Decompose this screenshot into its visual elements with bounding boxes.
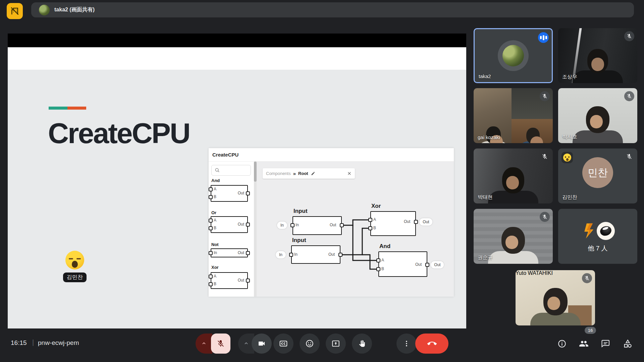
presentation-off-button[interactable]: [7, 3, 23, 19]
stone-logo-avatar: [597, 222, 615, 240]
port-label: Out: [238, 222, 244, 227]
top-bar: taka2 (画面共有): [0, 0, 644, 19]
port-label: Out: [330, 223, 336, 227]
camera-icon: [258, 340, 266, 348]
port-label: A: [214, 274, 216, 279]
port: [209, 195, 213, 199]
app-title: CreateCPU: [212, 152, 238, 158]
captions-button[interactable]: [273, 334, 293, 354]
mic-control-group: [196, 334, 230, 354]
present-button[interactable]: [326, 334, 346, 354]
meeting-details-button[interactable]: [555, 337, 569, 350]
mic-off-badge: [582, 273, 592, 283]
participant-tile-kimminchan[interactable]: 민찬 김민찬: [558, 148, 637, 203]
port[interactable]: [376, 258, 380, 262]
mic-off-badge: [540, 212, 550, 222]
end-call-button[interactable]: [415, 334, 448, 354]
participant-tile-chosangwoo[interactable]: 조상우: [558, 28, 637, 83]
reaction-sender-name: 김민찬: [63, 273, 87, 282]
participant-tile-others[interactable]: 他 7 人: [558, 209, 637, 264]
circuit-canvas[interactable]: InputInOutInputInOutXorABOutAndABOutInIn…: [257, 162, 454, 297]
participant-name: 박지호: [562, 134, 577, 140]
edit-icon[interactable]: [311, 171, 315, 176]
search-input[interactable]: [211, 165, 251, 176]
hand-icon: [358, 339, 366, 348]
port[interactable]: [338, 253, 342, 257]
participant-video: [571, 49, 625, 83]
mic-off-icon: [626, 154, 632, 160]
scrollbar-thumb[interactable]: [254, 162, 257, 182]
close-icon[interactable]: [347, 171, 352, 176]
overflow-avatars: [581, 222, 615, 240]
more-vertical-icon: [403, 340, 410, 347]
port-label: Out: [328, 252, 335, 257]
participant-count-badge: 16: [585, 327, 596, 334]
mic-off-icon: [217, 340, 225, 348]
participant-video: [529, 288, 582, 325]
yawning-face-emoji: [65, 251, 84, 269]
participant-tile-taka2[interactable]: taka2: [474, 28, 553, 83]
surprised-face-emoji: [563, 154, 571, 162]
port-label: Out: [404, 219, 410, 224]
search-icon: [215, 168, 220, 173]
port[interactable]: [289, 253, 293, 257]
component-palette: AndABOutOrABOutNotInOutXorABOut: [209, 162, 254, 297]
port[interactable]: [368, 226, 372, 230]
participant-video: [486, 167, 540, 203]
mic-options-button[interactable]: [196, 334, 212, 354]
port[interactable]: [340, 223, 344, 227]
breadcrumb-components[interactable]: Components: [266, 171, 291, 176]
createcpu-app-window: CreateCPU AndABOutOrABOutNotInOutXorABOu…: [209, 148, 454, 297]
port-label: B: [214, 282, 216, 286]
port[interactable]: [414, 220, 418, 224]
mic-off-icon: [627, 34, 632, 39]
port: [209, 187, 213, 191]
activities-button[interactable]: [621, 337, 634, 350]
mic-off-icon: [542, 94, 547, 99]
reactions-button[interactable]: [300, 334, 320, 354]
more-options-button[interactable]: [396, 334, 417, 354]
participant-tile-gai-kozaki[interactable]: gai kozaki: [474, 88, 553, 143]
camera-button[interactable]: [252, 334, 272, 354]
smiley-icon: [305, 339, 314, 348]
app-header: CreateCPU: [209, 148, 454, 162]
chevron-up-icon: [244, 341, 249, 346]
mic-off-badge: [624, 31, 634, 41]
present-icon: [331, 339, 340, 348]
port-label: B: [381, 266, 384, 271]
participant-tile-parktaehyun[interactable]: 박태현: [474, 148, 553, 203]
port[interactable]: [368, 218, 372, 222]
port-label: Out: [238, 191, 244, 195]
people-panel-button[interactable]: [577, 337, 590, 350]
port[interactable]: [376, 267, 380, 271]
participant-name: 조상우: [562, 74, 577, 80]
port[interactable]: [425, 263, 429, 267]
palette-gate-label: And: [211, 178, 220, 183]
port: [246, 191, 250, 195]
port-label: Out: [238, 250, 244, 255]
floating-reaction: 김민찬: [60, 251, 90, 282]
mic-mute-button[interactable]: [211, 334, 230, 354]
palette-scrollbar[interactable]: [254, 162, 257, 297]
participant-tile-kwonsungyu[interactable]: 권순규: [474, 209, 553, 264]
participant-video: [486, 227, 540, 264]
io-pill: In: [276, 251, 286, 258]
info-icon: [557, 339, 567, 348]
port: [246, 279, 250, 283]
raise-hand-button[interactable]: [352, 334, 372, 354]
participant-tile-parkjiho[interactable]: 박지호: [558, 88, 637, 143]
participant-tile-yuto[interactable]: Yuto WATAHIKI: [516, 270, 595, 325]
node-label: Input: [292, 237, 306, 244]
clock: 16:15: [11, 339, 27, 347]
breadcrumb: Components » Root: [263, 168, 355, 179]
mic-off-icon: [542, 214, 547, 220]
port-label: Out: [415, 262, 422, 267]
chevron-double-icon: »: [293, 171, 296, 176]
participant-name: Yuto WATAHIKI: [516, 270, 553, 276]
mic-off-badge: [540, 152, 550, 162]
mic-off-badge: [624, 152, 634, 162]
port: [209, 275, 213, 279]
port[interactable]: [290, 223, 294, 227]
port-label: In: [296, 223, 299, 227]
chat-panel-button[interactable]: [599, 337, 612, 350]
